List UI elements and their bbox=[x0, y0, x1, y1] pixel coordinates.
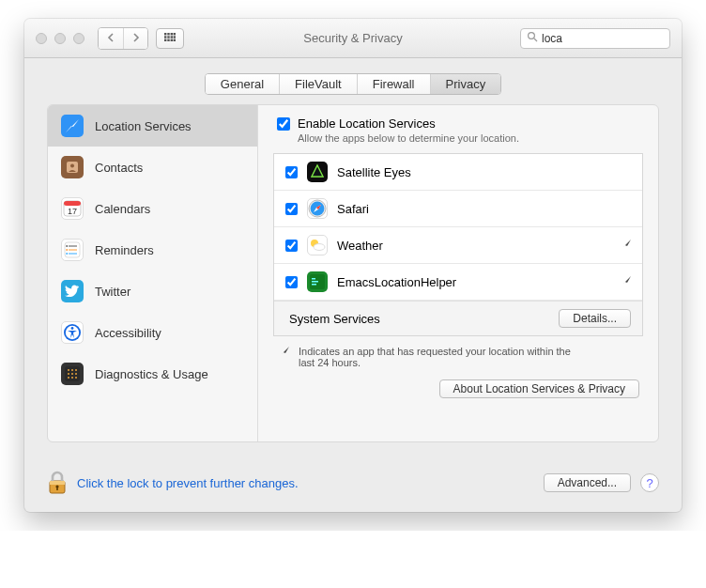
svg-point-37 bbox=[71, 377, 73, 379]
app-row: Weather bbox=[274, 227, 642, 264]
advanced-button[interactable]: Advanced... bbox=[544, 473, 631, 492]
app-name: Safari bbox=[337, 202, 631, 216]
app-row: Safari bbox=[274, 191, 642, 227]
contacts-icon bbox=[61, 156, 84, 178]
zoom-dot[interactable] bbox=[73, 33, 84, 44]
privacy-panel: Location ServicesContacts17CalendarsRemi… bbox=[47, 104, 659, 442]
grid-icon bbox=[164, 33, 176, 44]
app-row: EmacsLocationHelper bbox=[274, 264, 642, 301]
svg-rect-52 bbox=[50, 481, 65, 485]
nav-back-forward bbox=[98, 27, 148, 50]
app-name: Satellite Eyes bbox=[337, 165, 631, 179]
privacy-sidebar: Location ServicesContacts17CalendarsRemi… bbox=[48, 105, 258, 441]
close-dot[interactable] bbox=[36, 33, 47, 44]
sidebar-item-twitter[interactable]: Twitter bbox=[48, 271, 257, 312]
svg-line-13 bbox=[534, 39, 537, 41]
sidebar-item-location-services[interactable]: Location Services bbox=[48, 105, 257, 147]
app-allow-checkbox[interactable] bbox=[285, 166, 298, 178]
svg-point-30 bbox=[68, 369, 69, 371]
twitter-icon bbox=[61, 280, 84, 302]
sidebar-item-calendars[interactable]: 17Calendars bbox=[48, 188, 257, 229]
svg-rect-4 bbox=[164, 36, 166, 38]
search-input[interactable] bbox=[542, 32, 682, 45]
svg-point-23 bbox=[66, 245, 68, 247]
hint-row: Indicates an app that has requested your… bbox=[273, 336, 643, 374]
svg-point-28 bbox=[71, 327, 74, 330]
svg-point-31 bbox=[71, 369, 73, 371]
svg-point-32 bbox=[75, 369, 77, 371]
svg-point-24 bbox=[66, 249, 68, 251]
titlebar: Security & Privacy ✕ bbox=[24, 19, 682, 58]
svg-rect-3 bbox=[174, 33, 176, 35]
svg-rect-49 bbox=[312, 281, 318, 283]
svg-rect-50 bbox=[312, 284, 316, 286]
svg-rect-54 bbox=[56, 487, 58, 490]
preferences-window: Security & Privacy ✕ GeneralFileVaultFir… bbox=[24, 19, 682, 512]
system-services-details-button[interactable]: Details... bbox=[559, 309, 631, 328]
tabs: GeneralFileVaultFirewallPrivacy bbox=[205, 73, 501, 95]
sidebar-item-label: Reminders bbox=[95, 243, 154, 257]
privacy-detail-pane: Enable Location Services Allow the apps … bbox=[258, 105, 658, 441]
about-location-button[interactable]: About Location Services & Privacy bbox=[439, 379, 639, 398]
show-all-button[interactable] bbox=[156, 28, 184, 49]
search-field[interactable]: ✕ bbox=[520, 28, 670, 49]
hint-text: Indicates an app that has requested your… bbox=[299, 346, 580, 368]
nav-back-button[interactable] bbox=[99, 28, 123, 49]
lock-icon[interactable] bbox=[47, 471, 68, 495]
app-allow-checkbox[interactable] bbox=[285, 203, 298, 215]
enable-row: Enable Location Services bbox=[273, 116, 643, 131]
sidebar-item-label: Diagnostics & Usage bbox=[95, 367, 208, 381]
svg-rect-7 bbox=[174, 36, 176, 38]
search-icon bbox=[527, 31, 538, 45]
enable-location-checkbox[interactable] bbox=[277, 117, 290, 131]
sidebar-item-diagnostics-usage[interactable]: Diagnostics & Usage bbox=[48, 353, 257, 395]
sidebar-item-contacts[interactable]: Contacts bbox=[48, 147, 257, 188]
tab-firewall[interactable]: Firewall bbox=[357, 74, 430, 94]
svg-rect-48 bbox=[312, 278, 315, 280]
app-allow-checkbox[interactable] bbox=[285, 276, 298, 288]
svg-rect-9 bbox=[167, 39, 169, 40]
svg-rect-2 bbox=[171, 33, 173, 35]
nav-forward-button[interactable] bbox=[123, 28, 147, 49]
calendar-icon: 17 bbox=[61, 197, 84, 220]
emacs-icon bbox=[307, 271, 328, 292]
svg-rect-1 bbox=[167, 33, 169, 35]
sidebar-item-label: Twitter bbox=[95, 285, 130, 299]
footer: Click the lock to prevent further change… bbox=[24, 459, 682, 512]
traffic-lights bbox=[36, 33, 84, 44]
recent-location-icon bbox=[621, 239, 631, 253]
app-allow-checkbox[interactable] bbox=[285, 240, 298, 252]
svg-rect-17 bbox=[64, 201, 81, 206]
svg-rect-0 bbox=[164, 33, 166, 35]
weather-icon bbox=[307, 235, 328, 255]
minimize-dot[interactable] bbox=[54, 33, 66, 44]
lock-text[interactable]: Click the lock to prevent further change… bbox=[77, 476, 299, 490]
svg-point-34 bbox=[71, 373, 73, 375]
svg-point-12 bbox=[529, 33, 535, 39]
reminders-icon bbox=[61, 239, 84, 261]
sidebar-item-label: Calendars bbox=[95, 202, 150, 216]
sidebar-item-accessibility[interactable]: Accessibility bbox=[48, 312, 257, 353]
recent-location-icon bbox=[621, 275, 631, 289]
system-services-row: System ServicesDetails... bbox=[274, 301, 642, 335]
svg-point-25 bbox=[66, 253, 68, 255]
tab-privacy[interactable]: Privacy bbox=[430, 74, 501, 94]
system-services-label: System Services bbox=[285, 312, 549, 326]
tab-filevault[interactable]: FileVault bbox=[279, 74, 357, 94]
sidebar-item-label: Contacts bbox=[95, 161, 143, 175]
svg-text:17: 17 bbox=[68, 207, 77, 216]
safari-icon bbox=[307, 198, 328, 219]
diag-icon bbox=[61, 363, 84, 385]
help-button[interactable]: ? bbox=[640, 473, 659, 492]
sat-icon bbox=[307, 162, 328, 182]
svg-marker-40 bbox=[312, 165, 323, 177]
app-name: EmacsLocationHelper bbox=[337, 275, 611, 289]
footer-right: Advanced... ? bbox=[544, 473, 659, 492]
svg-point-15 bbox=[70, 164, 74, 168]
svg-rect-6 bbox=[171, 36, 173, 38]
svg-rect-8 bbox=[164, 39, 166, 40]
sidebar-item-label: Accessibility bbox=[95, 326, 161, 340]
sidebar-item-reminders[interactable]: Reminders bbox=[48, 229, 257, 271]
tab-general[interactable]: General bbox=[206, 74, 279, 94]
svg-rect-11 bbox=[174, 39, 176, 40]
